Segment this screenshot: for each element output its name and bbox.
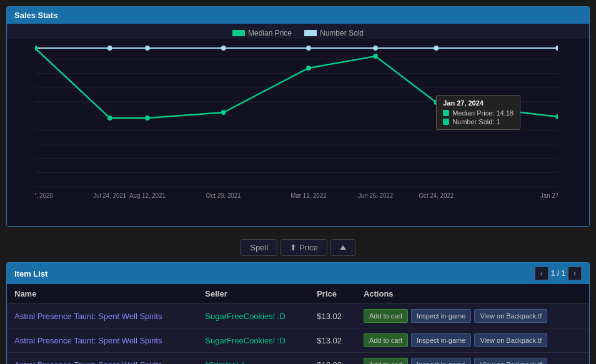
legend-median-color [232,30,245,36]
arrow-up-icon [340,245,346,250]
item-name-link[interactable]: Astral Presence Taunt: Spent Well Spirit… [14,336,162,345]
svg-point-40 [555,46,558,51]
table-row: Astral Presence Taunt: Spent Well Spirit… [7,353,589,365]
item-list-header: Item List ‹ 1 / 1 › [7,263,589,284]
svg-text:Jul 24, 2021: Jul 24, 2021 [93,192,126,199]
pagination: ‹ 1 / 1 › [535,267,582,280]
item-name-link[interactable]: Astral Presence Taunt: Spent Well Spirit… [14,312,162,321]
prev-page-button[interactable]: ‹ [535,267,549,280]
table-row: Astral Presence Taunt: Spent Well Spirit… [7,328,589,353]
item-price-cell: $13.02 [309,304,356,328]
sort-spell-button[interactable]: Spell [241,239,277,256]
view-on-backpack-button[interactable]: View on Backpack.tf [474,358,547,364]
legend-median-price: Median Price [232,29,292,37]
chart-svg-container: 0 2 4 6 8 10 12 14 16 18 20 0 0.1 0.2 0.… [35,45,558,201]
inspect-in-game-button[interactable]: Inspect in-game [411,309,471,323]
chart-area: 0 2 4 6 8 10 12 14 16 18 20 0 0.1 0.2 0.… [7,39,589,226]
item-seller-cell: SugarFreeCookies! :D [197,328,309,353]
legend-sold-color [304,30,317,36]
item-price-cell: $13.02 [309,328,356,353]
svg-text:Nov 27, 2020: Nov 27, 2020 [35,192,53,199]
svg-point-36 [221,46,226,51]
view-on-backpack-button[interactable]: View on Backpack.tf [474,309,547,323]
svg-point-47 [434,100,439,105]
table-row: Astral Presence Taunt: Spent Well Spirit… [7,304,589,328]
sales-stats-header: Sales Stats [7,7,589,24]
dollar-up-icon: ⬆ [290,243,297,252]
svg-text:Aug 12, 2021: Aug 12, 2021 [129,192,166,199]
item-seller-cell: SugarFreeCookies! :D [197,304,309,328]
svg-point-34 [107,46,112,51]
svg-text:Oct 29, 2021: Oct 29, 2021 [206,192,241,199]
svg-point-42 [107,116,112,121]
sort-spell-label: Spell [250,243,268,252]
add-to-cart-button[interactable]: Add to cart [364,358,408,364]
sort-arrow-button[interactable] [330,239,355,256]
item-seller-cell: *CriminaL^ [197,353,309,365]
sales-stats-panel: Sales Stats Median Price Number Sold [6,6,590,227]
svg-point-38 [373,46,378,51]
sort-price-button[interactable]: ⬆ Price [281,239,327,256]
svg-point-39 [434,46,439,51]
page-info: 1 / 1 [551,269,565,278]
item-list-panel: Item List ‹ 1 / 1 › Name Seller Price Ac… [6,262,590,364]
inspect-in-game-button[interactable]: Inspect in-game [411,358,471,364]
col-price: Price [309,284,356,304]
seller-link[interactable]: SugarFreeCookies! :D [205,336,286,345]
item-name-cell: Astral Presence Taunt: Spent Well Spirit… [7,328,197,353]
sales-stats-title: Sales Stats [14,11,57,20]
action-buttons: Add to cart Inspect in-game View on Back… [364,333,582,347]
svg-text:Mar 11, 2022: Mar 11, 2022 [291,192,326,199]
item-actions-cell: Add to cart Inspect in-game View on Back… [356,353,589,365]
item-table: Name Seller Price Actions Astral Presenc… [7,284,589,364]
svg-point-44 [221,110,226,115]
legend-median-label: Median Price [248,29,292,37]
add-to-cart-button[interactable]: Add to cart [364,333,408,347]
svg-point-37 [306,46,311,51]
chart-legend: Median Price Number Sold [7,24,589,39]
item-name-cell: Astral Presence Taunt: Spent Well Spirit… [7,304,197,328]
action-buttons: Add to cart Inspect in-game View on Back… [364,358,582,364]
svg-text:Jan 27, 2024: Jan 27, 2024 [540,192,558,199]
item-name-cell: Astral Presence Taunt: Spent Well Spirit… [7,353,197,365]
seller-link[interactable]: *CriminaL^ [205,360,244,365]
add-to-cart-button[interactable]: Add to cart [364,309,408,323]
item-actions-cell: Add to cart Inspect in-game View on Back… [356,304,589,328]
legend-sold-label: Number Sold [320,29,364,37]
svg-point-46 [373,54,378,59]
svg-point-35 [145,46,150,51]
sort-buttons-bar: Spell ⬆ Price [0,233,596,262]
col-actions: Actions [356,284,589,304]
chart-svg: 0 2 4 6 8 10 12 14 16 18 20 0 0.1 0.2 0.… [35,45,558,201]
col-name: Name [7,284,197,304]
svg-text:Oct 24, 2022: Oct 24, 2022 [419,192,454,199]
sort-price-label: Price [299,243,318,252]
next-page-button[interactable]: › [568,267,582,280]
col-seller: Seller [197,284,309,304]
inspect-in-game-button[interactable]: Inspect in-game [411,333,471,347]
item-price-cell: $13.02 [309,353,356,365]
view-on-backpack-button[interactable]: View on Backpack.tf [474,333,547,347]
item-name-link[interactable]: Astral Presence Taunt: Spent Well Spirit… [14,360,162,365]
action-buttons: Add to cart Inspect in-game View on Back… [364,309,582,323]
svg-point-45 [306,66,311,71]
svg-point-43 [145,116,150,121]
svg-text:Jun 26, 2022: Jun 26, 2022 [358,192,393,199]
seller-link[interactable]: SugarFreeCookies! :D [205,312,286,321]
item-actions-cell: Add to cart Inspect in-game View on Back… [356,328,589,353]
item-list-title: Item List [14,269,47,278]
legend-number-sold: Number Sold [304,29,364,37]
svg-point-48 [555,114,558,119]
